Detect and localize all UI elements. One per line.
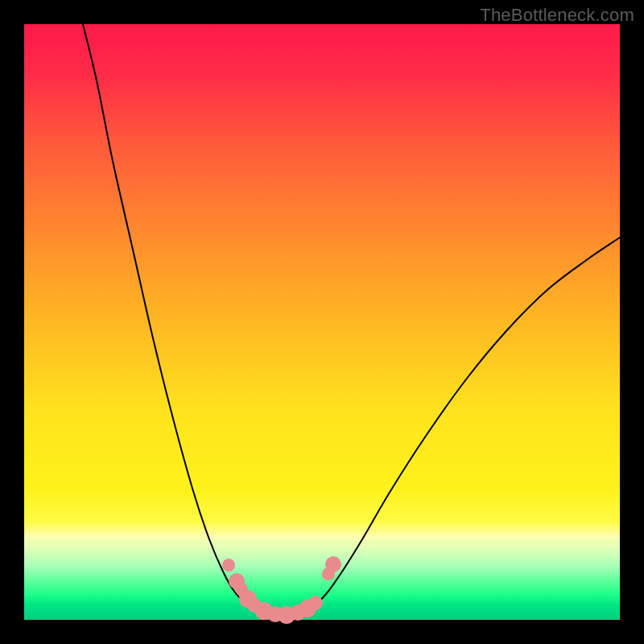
marker-group [222, 556, 341, 624]
curve-group [83, 24, 620, 616]
highlight-point [222, 559, 235, 572]
highlight-point [325, 556, 341, 572]
highlight-point [308, 596, 323, 610]
chart-overlay [24, 24, 620, 620]
watermark-text: TheBottleneck.com [480, 5, 634, 26]
bottleneck-curve-left [83, 24, 278, 616]
